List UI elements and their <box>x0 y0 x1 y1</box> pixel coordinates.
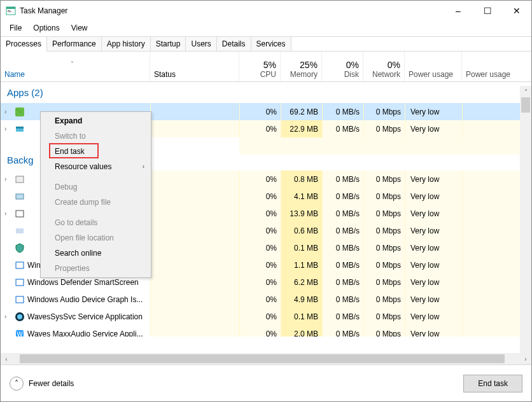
window-controls: – ☐ ✕ <box>444 1 531 21</box>
tab-performance[interactable]: Performance <box>47 37 102 51</box>
disk-cell: 0 MB/s <box>322 103 363 120</box>
scroll-left-icon[interactable]: ‹ <box>1 353 12 364</box>
expand-icon[interactable]: › <box>4 313 12 320</box>
menubar: File Options View <box>1 21 531 37</box>
header-cpu[interactable]: 5% CPU <box>239 52 281 81</box>
fewer-details-button[interactable]: ˄ Fewer details <box>10 377 74 391</box>
fewer-details-label: Fewer details <box>29 379 74 388</box>
end-task-button[interactable]: End task <box>463 375 522 392</box>
close-button[interactable]: ✕ <box>502 1 531 21</box>
memory-cell: 69.2 MB <box>281 103 322 120</box>
app-icon <box>6 6 16 16</box>
ctx-properties: Properties <box>41 261 151 276</box>
ctx-end-task[interactable]: End task <box>41 144 151 159</box>
process-icon <box>15 209 25 219</box>
tab-app-history[interactable]: App history <box>102 37 151 51</box>
titlebar: Task Manager – ☐ ✕ <box>1 1 531 21</box>
process-icon <box>15 243 25 253</box>
header-memory-value: 25% <box>284 60 318 70</box>
process-icon <box>15 174 25 184</box>
header-power-usage[interactable]: Power usage <box>405 52 462 81</box>
context-menu: Expand Switch to End task Resource value… <box>40 111 151 278</box>
window-title: Task Manager <box>20 6 444 15</box>
maximize-button[interactable]: ☐ <box>473 1 502 21</box>
ctx-go-to-details: Go to details <box>41 215 151 230</box>
svg-rect-15 <box>16 296 24 303</box>
header-disk[interactable]: 0% Disk <box>322 52 363 81</box>
horizontal-scrollbar[interactable]: ‹ › <box>1 353 531 364</box>
process-icon <box>15 260 25 270</box>
process-icon <box>15 277 25 288</box>
table-row[interactable]: ›WavesSysSvc Service Application 0%0.1 M… <box>1 308 531 325</box>
scroll-up-icon[interactable]: ˄ <box>520 86 531 97</box>
svg-rect-10 <box>16 194 24 199</box>
memory-cell: 22.9 MB <box>281 120 322 137</box>
svg-rect-6 <box>20 111 21 113</box>
process-icon <box>15 312 25 322</box>
header-disk-label: Disk <box>326 70 359 79</box>
header-cpu-value: 5% <box>243 60 276 70</box>
process-icon <box>15 191 25 202</box>
submenu-arrow-icon: › <box>143 163 144 170</box>
scroll-right-icon[interactable]: › <box>520 353 531 364</box>
svg-rect-3 <box>8 11 11 12</box>
menu-file[interactable]: File <box>4 22 27 34</box>
ctx-resource-values[interactable]: Resource values› <box>41 159 151 174</box>
scroll-thumb[interactable] <box>20 354 505 363</box>
process-name: Windows Audio Device Graph Is... <box>27 295 143 304</box>
process-icon <box>15 124 25 134</box>
ctx-debug: Debug <box>41 179 151 195</box>
header-network[interactable]: 0% Network <box>363 52 405 81</box>
cpu-cell: 0% <box>239 120 281 137</box>
vertical-scrollbar[interactable]: ˄ <box>520 86 531 353</box>
header-network-label: Network <box>367 70 400 79</box>
ctx-open-file-location: Open file location <box>41 230 151 246</box>
process-icon <box>15 226 25 236</box>
minimize-button[interactable]: – <box>444 1 473 21</box>
svg-rect-11 <box>16 211 24 217</box>
svg-rect-12 <box>16 228 24 233</box>
tab-details[interactable]: Details <box>217 37 251 51</box>
scroll-thumb[interactable] <box>521 97 530 113</box>
tab-processes[interactable]: Processes <box>1 37 47 52</box>
process-name: Waves MaxxAudio Service Appli... <box>27 329 143 337</box>
menu-options[interactable]: Options <box>28 22 64 34</box>
svg-point-17 <box>17 314 22 319</box>
expand-icon[interactable]: › <box>4 108 12 115</box>
ctx-expand[interactable]: Expand <box>41 113 151 128</box>
header-power-usage-label: Power usage <box>409 70 458 79</box>
svg-rect-8 <box>16 127 24 128</box>
header-memory[interactable]: 25% Memory <box>281 52 322 81</box>
process-name: WavesSysSvc Service Application <box>27 312 143 321</box>
network-cell: 0 Mbps <box>363 103 405 120</box>
ctx-switch-to: Switch to <box>41 128 151 144</box>
table-row[interactable]: ›WWaves MaxxAudio Service Appli... 0%2.0… <box>1 325 531 336</box>
cpu-cell: 0% <box>239 103 281 120</box>
header-status[interactable]: Status <box>150 52 239 81</box>
tab-services[interactable]: Services <box>251 37 291 51</box>
svg-rect-1 <box>6 7 15 9</box>
process-icon <box>15 295 25 305</box>
table-row[interactable]: ›Windows Audio Device Graph Is... 0%4.9 … <box>1 291 531 308</box>
svg-text:W: W <box>17 331 23 337</box>
power-cell: Very low <box>405 103 462 120</box>
header-power-usage-trend-label: Power usage <box>466 70 528 79</box>
column-headers: ˅ Name Status 5% CPU 25% Memory 0% Disk … <box>1 52 531 82</box>
svg-rect-5 <box>17 109 18 111</box>
header-cpu-label: CPU <box>243 70 276 79</box>
menu-view[interactable]: View <box>66 22 93 34</box>
ctx-create-dump: Create dump file <box>41 195 151 210</box>
svg-rect-9 <box>16 176 24 183</box>
expand-icon[interactable]: › <box>4 125 12 132</box>
group-apps[interactable]: Apps (2) <box>1 82 531 103</box>
tab-users[interactable]: Users <box>186 37 216 51</box>
tab-startup[interactable]: Startup <box>151 37 186 51</box>
header-name[interactable]: Name <box>1 52 150 81</box>
expand-icon[interactable]: › <box>4 210 12 217</box>
header-power-usage-trend[interactable]: Power usage <box>462 52 531 81</box>
header-memory-label: Memory <box>284 70 318 79</box>
process-icon: W <box>15 329 25 337</box>
header-disk-value: 0% <box>326 60 359 70</box>
expand-icon[interactable]: › <box>4 176 12 183</box>
ctx-search-online[interactable]: Search online <box>41 246 151 261</box>
